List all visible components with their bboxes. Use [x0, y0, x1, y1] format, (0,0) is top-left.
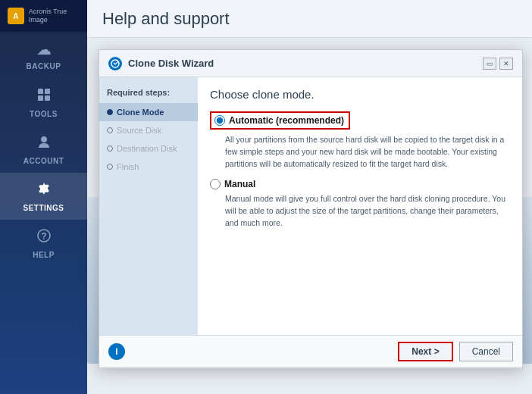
dialog-title: Clone Disk Wizard — [128, 58, 214, 69]
manual-option-row: Manual — [210, 179, 510, 189]
automatic-description: All your partitions from the source hard… — [225, 134, 510, 170]
sidebar-label-settings: SETTINGS — [23, 204, 64, 212]
cancel-button[interactable]: Cancel — [459, 342, 513, 361]
dialog-restore-button[interactable]: ▭ — [483, 58, 496, 70]
svg-rect-3 — [45, 95, 50, 101]
manual-description: Manual mode will give you full control o… — [225, 193, 510, 229]
content-heading: Choose clone mode. — [210, 88, 510, 101]
clone-disk-dialog: Clone Disk Wizard ▭ ✕ Required steps: Cl… — [99, 49, 523, 368]
automatic-option-highlight: Automatic (recommended) — [210, 111, 350, 130]
sidebar: A Acronis True Image ☁ BACKUP TOOLS ACCO… — [0, 0, 87, 394]
sidebar-label-backup: BACKUP — [27, 62, 61, 70]
option-automatic: Automatic (recommended) All your partiti… — [210, 111, 510, 170]
step-dot-clone-mode — [107, 109, 113, 115]
step-label-source-disk: Source Disk — [117, 126, 161, 135]
dialog-titlebar-left: Clone Disk Wizard — [108, 57, 214, 70]
help-icon: ? — [36, 228, 52, 247]
main-area: Help and support Clone Disk Wizard ▭ — [87, 0, 532, 394]
manual-radio[interactable] — [210, 179, 221, 189]
manual-label[interactable]: Manual — [224, 179, 255, 189]
dialog-body: Required steps: Clone Mode Source Disk D… — [99, 77, 522, 335]
logo-icon: A — [8, 8, 24, 24]
sidebar-item-tools[interactable]: TOOLS — [0, 79, 87, 126]
step-label-destination-disk: Destination Disk — [117, 144, 177, 153]
sidebar-item-help[interactable]: ? HELP — [0, 220, 87, 267]
svg-point-4 — [41, 136, 47, 142]
step-finish: Finish — [99, 158, 198, 176]
info-icon[interactable]: i — [108, 343, 125, 360]
step-dot-destination-disk — [107, 145, 113, 152]
step-dot-source-disk — [107, 127, 113, 133]
main-header: Help and support — [87, 0, 532, 38]
app-logo: A Acronis True Image — [0, 0, 87, 32]
sidebar-item-account[interactable]: ACCOUNT — [0, 126, 87, 173]
steps-panel: Required steps: Clone Mode Source Disk D… — [99, 77, 198, 335]
step-destination-disk: Destination Disk — [99, 139, 198, 158]
svg-rect-2 — [38, 95, 43, 101]
step-label-clone-mode: Clone Mode — [117, 108, 164, 117]
logo-text: Acronis True Image — [29, 8, 87, 24]
svg-rect-1 — [45, 89, 50, 94]
step-clone-mode[interactable]: Clone Mode — [99, 103, 198, 121]
sidebar-label-tools: TOOLS — [30, 110, 58, 118]
next-button[interactable]: Next > — [398, 342, 452, 361]
content-panel: Choose clone mode. Automatic (recommende… — [198, 77, 522, 335]
svg-rect-0 — [38, 89, 43, 94]
sidebar-item-backup[interactable]: ☁ BACKUP — [0, 32, 87, 79]
tools-icon — [36, 87, 52, 106]
main-content: Clone Disk Wizard ▭ ✕ Required steps: Cl… — [87, 38, 532, 394]
settings-icon — [36, 181, 52, 200]
steps-header: Required steps: — [99, 85, 198, 103]
svg-text:?: ? — [41, 231, 46, 242]
step-dot-finish — [107, 164, 113, 170]
sidebar-label-help: HELP — [33, 251, 55, 259]
dialog-titlebar: Clone Disk Wizard ▭ ✕ — [99, 50, 522, 77]
step-source-disk: Source Disk — [99, 121, 198, 139]
account-icon — [36, 134, 52, 153]
backup-icon: ☁ — [36, 40, 52, 58]
dialog-controls: ▭ ✕ — [483, 58, 513, 70]
automatic-label[interactable]: Automatic (recommended) — [229, 115, 344, 126]
automatic-radio[interactable] — [214, 115, 225, 126]
dialog-footer: i Next > Cancel — [99, 335, 522, 367]
dialog-close-button[interactable]: ✕ — [499, 58, 513, 70]
sidebar-item-settings[interactable]: SETTINGS — [0, 173, 87, 220]
sidebar-label-account: ACCOUNT — [23, 157, 64, 165]
svg-point-8 — [111, 60, 119, 67]
step-label-finish: Finish — [117, 162, 139, 171]
dialog-icon — [108, 57, 122, 70]
option-manual: Manual Manual mode will give you full co… — [210, 179, 510, 229]
page-title: Help and support — [102, 9, 230, 29]
